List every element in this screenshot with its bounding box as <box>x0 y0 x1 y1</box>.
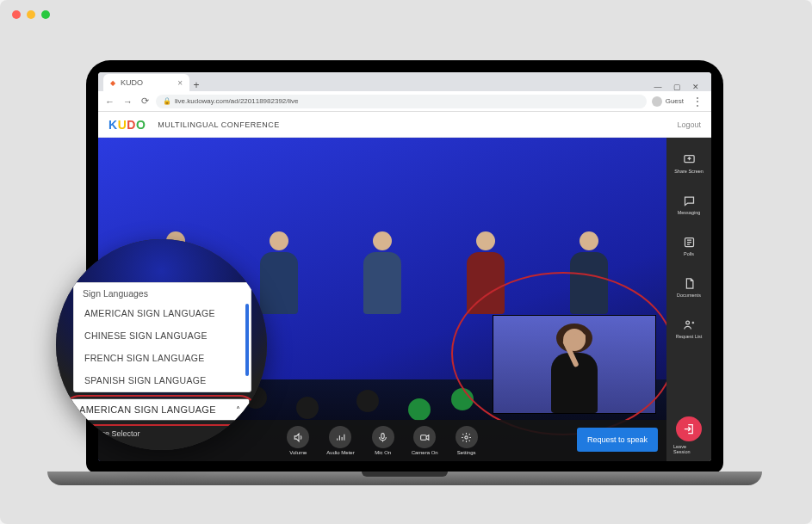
panelist <box>352 231 412 314</box>
window-controls: — ▢ ✕ <box>653 83 706 91</box>
camera-icon <box>413 426 436 448</box>
chevron-up-icon: ˄ <box>236 405 240 415</box>
mac-window-dots <box>12 10 50 19</box>
audio-meter-button[interactable]: Audio Meter <box>326 426 354 455</box>
mac-zoom-dot[interactable] <box>41 10 50 19</box>
interpreter-figure <box>544 329 604 413</box>
request-list-button[interactable]: Request List <box>673 310 704 348</box>
language-option[interactable]: CHINESE SIGN LANGUAGE <box>74 324 251 347</box>
messaging-icon <box>683 194 696 207</box>
audio-meter-label: Audio Meter <box>326 450 354 455</box>
window-maximize-icon[interactable]: ▢ <box>672 83 682 91</box>
svg-rect-1 <box>420 435 426 439</box>
svg-point-5 <box>685 321 689 324</box>
mic-button[interactable]: Mic On <box>372 426 394 455</box>
nav-reload-icon[interactable]: ⟳ <box>139 96 151 107</box>
app-logo: KUDO <box>108 118 146 132</box>
browser-menu-icon[interactable]: ⋮ <box>689 96 706 108</box>
request-to-speak-button[interactable]: Request to speak <box>577 428 658 452</box>
browser-tab[interactable]: ◆ KUDO × <box>103 74 189 91</box>
svg-rect-0 <box>381 433 384 438</box>
panelist <box>559 231 619 314</box>
tab-favicon-icon: ◆ <box>110 79 115 87</box>
app-header: KUDO MULTILINGUAL CONFERENCE Logout <box>98 112 711 138</box>
tab-close-icon[interactable]: × <box>177 78 183 88</box>
leave-icon <box>676 416 702 441</box>
scrollbar[interactable] <box>245 304 249 376</box>
polls-icon <box>683 236 696 249</box>
request-list-icon <box>683 318 696 331</box>
gear-icon <box>456 426 478 448</box>
lock-icon: 🔒 <box>163 97 171 105</box>
interpreter-pip[interactable] <box>493 315 656 414</box>
mic-label: Mic On <box>375 450 391 455</box>
url-input[interactable]: 🔒 live.kudoway.com/ad/220118982392/live <box>156 95 647 108</box>
audio-meter-icon <box>329 426 351 448</box>
new-tab-button[interactable]: + <box>189 79 203 91</box>
request-list-label: Request List <box>676 334 703 339</box>
event-title: MULTILINGUAL CONFERENCE <box>158 120 280 129</box>
volume-label: Volume <box>289 450 307 455</box>
share-screen-button[interactable]: Share Screen <box>673 145 704 182</box>
logout-link[interactable]: Logout <box>677 120 701 129</box>
language-option[interactable]: SPANISH SIGN LANGUAGE <box>74 369 251 391</box>
camera-button[interactable]: Camera On <box>412 426 438 455</box>
documents-label: Documents <box>677 293 701 298</box>
window-minimize-icon[interactable]: — <box>653 83 663 91</box>
window-close-icon[interactable]: ✕ <box>691 83 701 91</box>
profile-label: Guest <box>666 97 684 105</box>
right-rail: Share Screen Messaging Polls Documents <box>666 138 711 461</box>
tab-title: KUDO <box>121 78 143 87</box>
url-text: live.kudoway.com/ad/220118982392/live <box>175 97 299 105</box>
language-heading: Sign Languages <box>74 283 251 302</box>
svg-point-2 <box>465 435 468 438</box>
stage: ◆ KUDO × + — ▢ ✕ ← → ⟳ 🔒 live.kudoway.c <box>0 0 812 524</box>
camera-label: Camera On <box>412 450 438 455</box>
volume-icon <box>287 426 309 448</box>
polls-label: Polls <box>684 251 694 256</box>
browser-tabbar: ◆ KUDO × + — ▢ ✕ <box>98 72 711 91</box>
volume-button[interactable]: Volume <box>287 426 309 455</box>
mac-close-dot[interactable] <box>12 10 21 19</box>
polls-button[interactable]: Polls <box>673 227 704 265</box>
leave-session-button[interactable]: Leave Session <box>673 416 704 454</box>
browser-addressbar: ← → ⟳ 🔒 live.kudoway.com/ad/220118982392… <box>98 91 711 112</box>
settings-label: Settings <box>457 450 476 455</box>
documents-icon <box>683 277 696 290</box>
profile-chip[interactable]: Guest <box>652 96 684 107</box>
language-option[interactable]: AMERICAN SIGN LANGUAGE <box>74 302 251 324</box>
documents-button[interactable]: Documents <box>673 268 704 306</box>
laptop-notch <box>362 472 448 477</box>
share-screen-label: Share Screen <box>674 169 704 174</box>
nav-forward-icon[interactable]: → <box>121 96 134 107</box>
language-magnifier: Sign Languages AMERICAN SIGN LANGUAGE CH… <box>56 239 267 450</box>
language-dropdown-panel[interactable]: Sign Languages AMERICAN SIGN LANGUAGE CH… <box>73 282 251 392</box>
messaging-button[interactable]: Messaging <box>673 186 704 224</box>
avatar-icon <box>652 96 662 107</box>
mac-minimize-dot[interactable] <box>27 10 35 19</box>
language-selected: AMERICAN SIGN LANGUAGE <box>79 404 216 415</box>
settings-button[interactable]: Settings <box>456 426 478 455</box>
nav-back-icon[interactable]: ← <box>103 96 116 107</box>
mic-icon <box>372 426 394 448</box>
language-option[interactable]: FRENCH SIGN LANGUAGE <box>74 347 251 369</box>
share-screen-icon <box>683 153 696 166</box>
panelist <box>456 231 516 314</box>
leave-label: Leave Session <box>673 444 704 454</box>
messaging-label: Messaging <box>678 210 701 215</box>
language-select[interactable]: AMERICAN SIGN LANGUAGE ˄ <box>70 398 250 421</box>
